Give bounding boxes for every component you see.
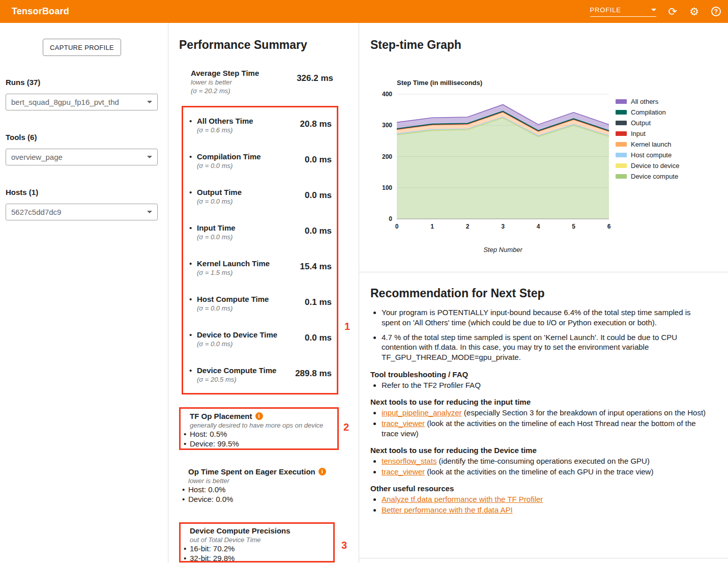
list-item-text: (identify the time-consuming operations …	[436, 457, 650, 465]
metric-sigma: (σ = 0.0 ms)	[197, 233, 305, 242]
metric-label: Device to Device Time	[197, 330, 305, 340]
runs-select[interactable]: bert_squad_8gpu_fp16_pvt_thd	[6, 94, 158, 110]
legend-swatch	[616, 153, 627, 157]
help-icon[interactable]: ?	[711, 7, 721, 16]
recommendation-bullet: 4.7 % of the total step time sampled is …	[382, 332, 706, 362]
stacked-area-chart: 01002003004000123456	[376, 91, 616, 240]
list-item: trace_viewer (look at the activities on …	[382, 418, 711, 438]
metric-label: Device Compute Time	[197, 366, 295, 376]
list-item-text: (look at the activities on the timeline …	[425, 467, 653, 476]
link[interactable]: Better performance with the tf.data API	[382, 505, 513, 514]
list-item: Host: 0.5%	[181, 430, 337, 439]
metric-label: Compilation Time	[197, 152, 305, 162]
legend-swatch	[616, 142, 627, 147]
eager-execution-section: Op Time Spent on Eager Execution i lower…	[179, 467, 339, 504]
metric-row: • Kernel Launch Time (σ = 1.5 ms) 15.4 m…	[189, 253, 332, 289]
metric-label: Output Time	[197, 188, 305, 198]
hosts-select[interactable]: 5627c5dd7dc9	[6, 204, 158, 220]
link[interactable]: trace_viewer	[382, 467, 425, 476]
section-title-text: TF Op Placement	[190, 411, 252, 421]
legend-swatch	[616, 163, 627, 168]
annotation-number-3: 3	[341, 540, 347, 551]
metric-row: • All Others Time (σ = 0.6 ms) 20.8 ms	[189, 110, 332, 146]
recommendation-bullet: Your program is POTENTIALLY input-bound …	[382, 307, 706, 328]
metric-value: 20.8 ms	[300, 110, 332, 146]
legend-label: Device to device	[631, 162, 679, 170]
svg-text:0: 0	[395, 223, 399, 230]
metric-sigma: (σ = 0.0 ms)	[197, 198, 305, 206]
metric-value: 0.0 ms	[305, 182, 332, 217]
metric-value: 15.4 ms	[300, 253, 332, 289]
metric-sigma: (σ = 0.6 ms)	[197, 126, 300, 135]
legend-swatch	[616, 121, 627, 125]
bullet: •	[189, 289, 197, 324]
recommendation-title: Recommendation for Next Step	[370, 287, 708, 300]
dashboard-select-value: PROFILE	[590, 6, 621, 14]
recommendation-section: Recommendation for Next Step Your progra…	[359, 272, 728, 558]
tools-label: Tools (6)	[6, 133, 37, 142]
info-icon[interactable]: i	[255, 412, 263, 420]
legend-item: All others	[616, 96, 679, 107]
legend-label: All others	[631, 98, 658, 105]
section-heading: Next tools to use for reducing the input…	[370, 398, 708, 406]
list-item: Device: 99.5%	[181, 439, 337, 449]
legend-item: Device to device	[616, 160, 679, 171]
legend-item: Compilation	[616, 107, 679, 118]
metric-value: 0.0 ms	[305, 324, 332, 360]
legend-item: Output	[616, 118, 679, 128]
metric-sigma: (σ = 20.2 ms)	[191, 87, 259, 96]
svg-text:0: 0	[389, 215, 392, 222]
legend-swatch	[616, 99, 627, 104]
legend-swatch	[616, 174, 627, 179]
metric-value: 326.2 ms	[297, 73, 333, 96]
capture-profile-button[interactable]: CAPTURE PROFILE	[43, 39, 121, 56]
svg-text:4: 4	[537, 223, 540, 230]
metric-sigma: (σ = 1.5 ms)	[197, 269, 300, 277]
chevron-down-icon	[147, 101, 152, 103]
legend-label: Device compute	[631, 173, 678, 180]
svg-text:5: 5	[572, 223, 575, 230]
section-subtitle: generally desired to have more ops on de…	[190, 421, 337, 430]
metric-row: • Host Compute Time (σ = 0.0 ms) 0.1 ms	[189, 289, 332, 324]
legend-label: Kernel launch	[631, 140, 672, 148]
dashboard-select[interactable]: PROFILE	[590, 6, 656, 17]
link[interactable]: tensorflow_stats	[382, 457, 436, 465]
chevron-down-icon	[651, 9, 656, 11]
metric-label: Average Step Time	[191, 69, 259, 78]
tools-select-value: overview_page	[11, 153, 63, 161]
link[interactable]: trace_viewer	[382, 419, 425, 428]
chevron-down-icon	[147, 156, 152, 158]
step-time-graph-title: Step-time Graph	[370, 38, 461, 52]
annotation-number-1: 1	[344, 321, 350, 332]
legend-item: Kernel launch	[616, 139, 679, 150]
topbar: TensorBoard PROFILE ⟳ ⚙ ?	[0, 0, 728, 23]
link[interactable]: input_pipeline_analyzer	[382, 408, 462, 417]
legend-label: Host compute	[631, 151, 672, 159]
refresh-icon[interactable]: ⟳	[668, 6, 678, 17]
bullet: •	[189, 146, 197, 182]
tf-op-placement-title: TF Op Placement i	[190, 411, 337, 421]
metric-sigma: (σ = 20.5 ms)	[197, 376, 295, 384]
info-icon[interactable]: i	[318, 468, 326, 475]
runs-label: Runs (37)	[6, 78, 40, 87]
svg-text:300: 300	[382, 122, 392, 129]
app-title: TensorBoard	[12, 6, 69, 17]
bullet: •	[189, 217, 197, 253]
legend-item: Host compute	[616, 150, 679, 160]
metric-sigma: (σ = 0.0 ms)	[197, 340, 305, 349]
legend-label: Output	[631, 119, 651, 127]
metric-value: 0.0 ms	[305, 146, 332, 182]
hosts-select-value: 5627c5dd7dc9	[11, 208, 61, 216]
section-subtitle: lower is better	[188, 476, 339, 485]
legend-label: Compilation	[631, 108, 666, 116]
gear-icon[interactable]: ⚙	[689, 6, 699, 17]
bullet: •	[189, 324, 197, 360]
average-step-time: Average Step Time lower is better (σ = 2…	[191, 69, 333, 96]
metric-note: lower is better	[191, 78, 259, 87]
section-heading: Other useful resources	[370, 484, 708, 493]
metric-row: • Input Time (σ = 0.0 ms) 0.0 ms	[189, 217, 332, 253]
legend-item: Input	[616, 128, 679, 139]
section-title-text: Device Compute Precisions	[190, 526, 290, 536]
tools-select[interactable]: overview_page	[6, 149, 158, 165]
link[interactable]: Analyze tf.data performance with the TF …	[382, 495, 543, 503]
